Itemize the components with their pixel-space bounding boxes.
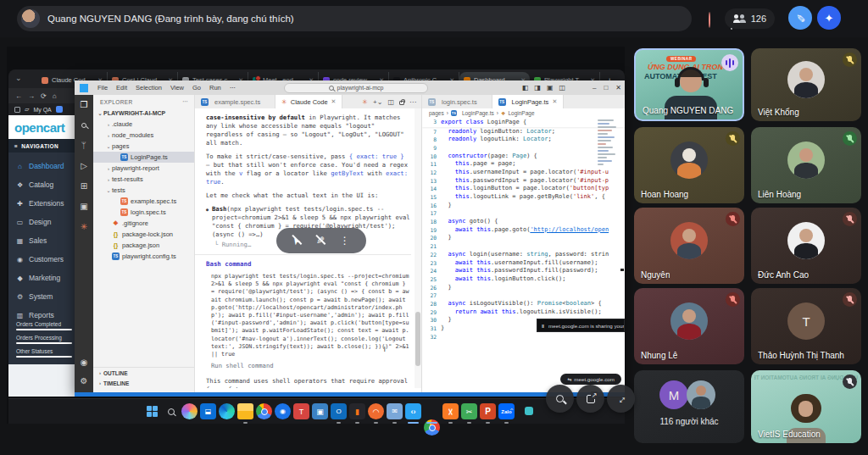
sidebar-item-extensions[interactable]: ✚ Extensions	[8, 194, 81, 213]
home-icon[interactable]: ⌂	[53, 92, 57, 100]
participant-tile[interactable]: Liên Hoàng	[751, 127, 861, 203]
fullscreen-button[interactable]: ↔	[607, 385, 635, 413]
tree-item[interactable]: ⌄ pages	[93, 141, 194, 152]
account-icon[interactable]: ◉	[81, 358, 88, 367]
menu-view[interactable]: View	[166, 84, 188, 92]
tree-item[interactable]: › playwright-report	[93, 163, 194, 174]
forward-icon[interactable]: →	[28, 92, 35, 100]
tree-item[interactable]: TS playwright.config.ts	[93, 251, 194, 262]
minimap[interactable]	[598, 119, 618, 186]
chrome-icon[interactable]	[256, 403, 272, 419]
remote-icon[interactable]: ▣	[80, 202, 87, 211]
sidebar-item-dashboard[interactable]: ⌂ Dashboard	[8, 157, 81, 175]
breadcrumb[interactable]: pages›TSLoginPage.ts›❖LoginPage	[422, 108, 625, 118]
participant-tile[interactable]: Nhung Lê	[634, 288, 744, 364]
pen-tool-icon[interactable]: ✎	[316, 235, 325, 247]
tree-item[interactable]: {} package-lock.json	[93, 229, 194, 240]
more-options-icon[interactable]: ⋮	[340, 235, 350, 247]
editor-tab[interactable]: ✳ Claude Code ✕	[275, 95, 342, 108]
participant-tile[interactable]: T Thảo Huỳnh Thị Thanh	[751, 288, 861, 364]
tree-item[interactable]: {} package.json	[93, 240, 194, 251]
tree-item[interactable]: TS LoginPage.ts	[93, 152, 194, 163]
green-app-icon[interactable]: ✂	[461, 403, 477, 419]
maximize-button[interactable]: □	[604, 84, 608, 92]
tree-item[interactable]: TS login.spec.ts	[93, 207, 194, 218]
extensions-icon[interactable]: ⊞	[81, 181, 87, 191]
outlook-icon[interactable]: O	[331, 403, 347, 419]
close-icon[interactable]: ✕	[331, 98, 337, 105]
section-timeline[interactable]: ›TIMELINE	[93, 378, 195, 388]
zoom-button[interactable]	[546, 385, 574, 413]
tree-item[interactable]: TS example.spec.ts	[93, 196, 194, 207]
claude-icon[interactable]: ✳	[362, 98, 368, 106]
more-actions-icon[interactable]: ⋯	[182, 98, 188, 105]
open-in-new-button[interactable]	[576, 385, 604, 413]
settings-gear-icon[interactable]: ⚙	[81, 376, 88, 386]
participant-tile[interactable]: M 116 người khác	[634, 370, 744, 443]
system-tray[interactable]: ⌃	[509, 407, 533, 415]
breadcrumb-part[interactable]: LoginPage.ts	[462, 110, 494, 116]
mail-icon[interactable]: ✉	[387, 403, 403, 419]
xampp-icon[interactable]: Ꭓ	[442, 403, 459, 419]
editor-tab[interactable]: TS LoginPage.ts ✕	[492, 95, 565, 108]
sidebar-item-customers[interactable]: ◉ Customers	[8, 250, 81, 269]
participant-tile[interactable]: Việt Khổng	[751, 48, 861, 121]
participant-tile[interactable]: Đức Anh Cao	[751, 208, 861, 284]
run-debug-icon[interactable]: ▷	[81, 161, 87, 170]
maps-icon[interactable]: ◉	[275, 403, 291, 419]
apps-grid-icon[interactable]	[14, 107, 20, 113]
more-actions-icon[interactable]: ⋯	[409, 98, 416, 106]
dev-device-icon[interactable]: ▣	[312, 403, 328, 419]
file-explorer-icon[interactable]	[237, 403, 253, 419]
sidebar-item-sales[interactable]: ▦ Sales	[8, 231, 81, 250]
teams-red-icon[interactable]: T	[293, 403, 309, 419]
participant-tile[interactable]: ỨNG DỤNG AI TRONG AUTOMATION TEST VietIS…	[751, 370, 861, 443]
sidebar-item-system[interactable]: ⚙ System	[8, 287, 81, 306]
tree-item[interactable]: ⌄ tests	[93, 185, 194, 196]
lock-icon[interactable]	[399, 101, 404, 105]
claude-icon[interactable]: ✳	[81, 222, 87, 231]
sidebar-item-design[interactable]: ▭ Design	[8, 213, 81, 231]
split-editor-icon[interactable]: ◫	[387, 98, 394, 106]
explorer-icon[interactable]: ❐	[81, 100, 88, 109]
search-icon[interactable]	[163, 403, 179, 419]
presenter-pill[interactable]: Quang NGUYEN DANG (Đang trình bày, đang …	[17, 6, 692, 31]
participant-tile[interactable]: Hoan Hoang	[634, 127, 744, 203]
search-icon[interactable]	[81, 120, 86, 130]
section-outline[interactable]: ›OUTLINE	[93, 368, 195, 378]
postman-icon[interactable]: ◠	[368, 403, 384, 419]
code-editor[interactable]: 3 export class LoginPage { 7 readonly lo…	[422, 118, 625, 388]
screen-sharing-notice[interactable]: ‖ meet.google.com is sharing your scre	[537, 319, 625, 332]
annotation-toolbar[interactable]: ➤ ✎ ⋮	[276, 228, 366, 253]
bookmark-label[interactable]: My QA	[33, 107, 51, 113]
minimize-button[interactable]: –	[593, 84, 596, 92]
source-control-icon[interactable]: ᛘ	[81, 141, 86, 150]
tree-item[interactable]: › .claude	[93, 119, 194, 130]
powerpoint-icon[interactable]: P	[480, 403, 496, 419]
sidebar-item-catalog[interactable]: ❖ Catalog	[8, 175, 81, 194]
pointer-tool-icon[interactable]: ➤	[292, 235, 300, 247]
menu-go[interactable]: Go	[188, 84, 205, 92]
menu-edit[interactable]: Edit	[112, 84, 131, 92]
new-session-icon[interactable]: +⌄	[373, 98, 382, 106]
reload-icon[interactable]: ⟳	[41, 92, 47, 100]
start-icon[interactable]	[144, 403, 160, 419]
participant-tile[interactable]: WEBINARỨNG DỤNG AI TRONGAUTOMATION TEST …	[634, 48, 744, 121]
close-button[interactable]: ✕	[615, 84, 621, 92]
tree-item[interactable]: ⌄ PLAYWRIGHT-AI-MCP	[93, 108, 194, 119]
menu-file[interactable]: File	[93, 84, 112, 92]
breadcrumb-part[interactable]: LoginPage	[508, 110, 534, 116]
phone-link-icon[interactable]: ▮	[349, 403, 365, 419]
copilot-icon[interactable]	[181, 403, 198, 419]
bookmark-icon[interactable]	[56, 106, 63, 113]
editor-tab[interactable]: TS login.spec.ts ✕	[422, 95, 492, 108]
store-icon[interactable]: ⬓	[200, 403, 216, 419]
back-icon[interactable]: ←	[15, 92, 22, 100]
menu-⋯[interactable]: ⋯	[225, 84, 241, 92]
tray-chevron-icon[interactable]: ⌃	[509, 408, 515, 415]
editor-tab[interactable]: TS example.spec.ts ✕	[195, 95, 275, 108]
scrollbar[interactable]	[415, 108, 421, 388]
layout-toggle-icons[interactable]: ◧◨▣◫	[522, 80, 565, 95]
breadcrumb-part[interactable]: pages	[429, 110, 444, 116]
menu-run[interactable]: Run	[205, 84, 225, 92]
